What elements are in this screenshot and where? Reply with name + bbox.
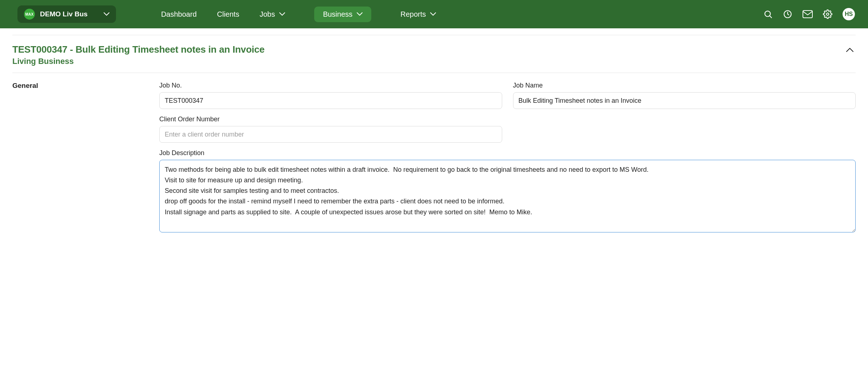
job-title: TEST000347 - Bulk Editing Timesheet note… bbox=[12, 44, 265, 55]
job-name-input[interactable] bbox=[513, 92, 856, 109]
search-icon[interactable] bbox=[763, 9, 773, 19]
nav-item-label: Business bbox=[323, 10, 352, 19]
org-badge: MAX bbox=[24, 9, 35, 20]
nav-menu: Dashboard Clients Jobs Business Reports bbox=[152, 7, 445, 22]
nav-item-jobs[interactable]: Jobs bbox=[251, 7, 294, 22]
client-name-link[interactable]: Living Business bbox=[12, 57, 265, 66]
nav-item-label: Jobs bbox=[260, 10, 275, 19]
client-order-label: Client Order Number bbox=[159, 115, 502, 123]
job-no-label: Job No. bbox=[159, 82, 502, 89]
job-description-textarea[interactable] bbox=[159, 160, 856, 232]
gear-icon[interactable] bbox=[823, 9, 832, 19]
nav-item-reports[interactable]: Reports bbox=[392, 7, 445, 22]
nav-item-clients[interactable]: Clients bbox=[208, 7, 248, 22]
job-description-label: Job Description bbox=[159, 149, 856, 157]
chevron-down-icon bbox=[430, 12, 436, 16]
page: TEST000347 - Bulk Editing Timesheet note… bbox=[0, 28, 868, 254]
mail-icon[interactable] bbox=[803, 10, 813, 18]
nav-item-business[interactable]: Business bbox=[314, 7, 371, 22]
nav-item-label: Clients bbox=[217, 10, 239, 19]
job-name-label: Job Name bbox=[513, 82, 856, 89]
chevron-down-icon bbox=[104, 12, 109, 16]
section-label-general: General bbox=[12, 82, 159, 90]
svg-point-0 bbox=[765, 11, 770, 16]
org-name: DEMO Liv Bus bbox=[40, 10, 88, 18]
avatar[interactable]: HS bbox=[843, 8, 855, 20]
clock-icon[interactable] bbox=[783, 9, 792, 19]
nav-item-label: Reports bbox=[400, 10, 426, 19]
chevron-down-icon bbox=[279, 12, 285, 16]
svg-point-3 bbox=[827, 13, 829, 16]
chevron-up-icon bbox=[846, 48, 853, 52]
nav-item-dashboard[interactable]: Dashboard bbox=[152, 7, 205, 22]
top-nav: MAX DEMO Liv Bus Dashboard Clients Jobs … bbox=[0, 0, 868, 28]
svg-rect-2 bbox=[803, 11, 812, 18]
chevron-down-icon bbox=[357, 12, 363, 16]
nav-icons: HS bbox=[763, 8, 855, 20]
org-picker[interactable]: MAX DEMO Liv Bus bbox=[17, 5, 116, 23]
nav-item-label: Dashboard bbox=[161, 10, 197, 19]
job-no-input[interactable] bbox=[159, 92, 502, 109]
client-order-input[interactable] bbox=[159, 126, 502, 143]
collapse-button[interactable] bbox=[844, 44, 856, 56]
